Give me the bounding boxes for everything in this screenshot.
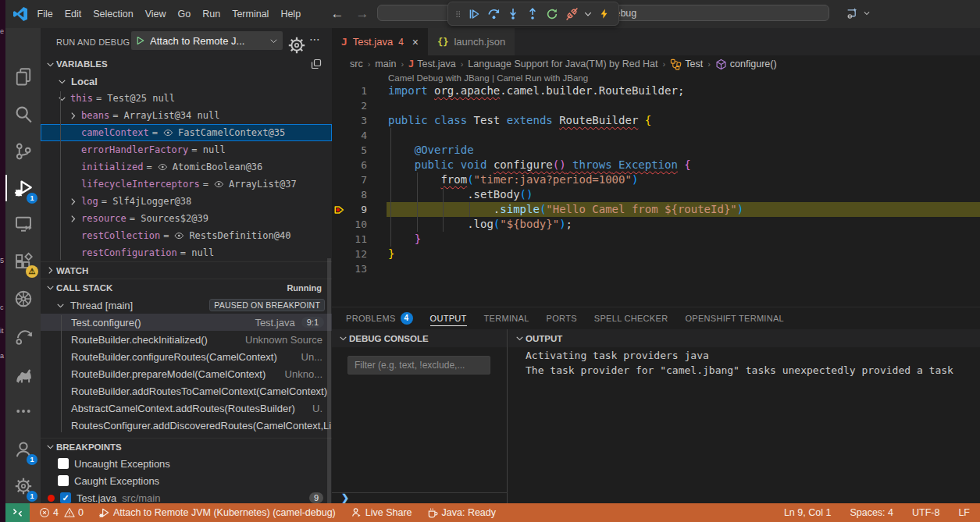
panel-tab-spell-checker[interactable]: SPELL CHECKER [594,307,668,329]
continue-button[interactable] [465,5,483,23]
scope-local-row[interactable]: Local [41,73,332,90]
chevron-down-icon[interactable] [56,301,65,310]
chevron-down-icon[interactable] [44,283,56,292]
glyph-margin[interactable] [332,232,347,247]
line-number[interactable]: 4 [347,128,367,143]
variable-row[interactable]: initialized=AtomicBoolean@36 [41,158,332,176]
menu-file[interactable]: File [31,4,59,24]
nav-forward-button[interactable]: → [354,6,371,22]
breadcrumb-item[interactable]: JTest.java [408,59,456,69]
glyph-margin[interactable] [332,202,347,217]
chevron-right-icon[interactable] [44,266,56,275]
activity-manage[interactable]: 1 [5,470,41,502]
activity-extensions[interactable]: ⚠ [5,245,41,278]
panel-tab-output[interactable]: OUTPUT [430,307,467,329]
chevron-down-icon[interactable] [44,60,56,69]
activity-run-and-debug[interactable]: 1 [5,172,41,204]
watch-section-header[interactable]: WATCH [41,261,332,279]
breadcrumb-item[interactable]: Test [670,59,703,70]
callstack-frame[interactable]: RoutesConfigurer.addDiscoveredRoutes(Cam… [41,417,332,434]
glyph-margin[interactable] [332,113,347,128]
activity-search[interactable] [5,98,41,130]
line-number[interactable]: 5 [347,143,367,158]
activity-explorer[interactable] [5,60,41,93]
line-number[interactable]: 12 [347,247,367,261]
panel-tab-problems[interactable]: PROBLEMS4 [346,307,413,329]
debug-console-filter-input[interactable]: Filter (e.g. text, !exclude,... [347,356,490,375]
variables-section-header[interactable]: VARIABLES [41,55,332,73]
variable-row[interactable]: beans= ArrayList@34 null [41,107,332,124]
statusbar-debug-session[interactable]: Attach to Remote JVM (Kubernetes) (camel… [94,507,340,519]
glyph-margin[interactable] [332,128,347,143]
callstack-frame[interactable]: Test.configure()Test.java9:1 [41,314,332,331]
callstack-frame[interactable]: RouteBuilder.prepareModel(CamelContext)U… [41,365,332,382]
code-line[interactable]: 2 [332,98,980,113]
glyph-margin[interactable] [332,187,347,202]
line-number[interactable]: 7 [347,172,367,187]
disconnect-button[interactable] [563,5,580,23]
line-number[interactable]: 9 [347,202,367,217]
debug-console-prompt[interactable]: ❯ [332,492,508,504]
glyph-margin[interactable] [332,98,347,113]
eye-lazy-icon[interactable] [157,162,169,172]
tab-Test.java[interactable]: JTest.java4× [332,28,428,55]
chevron-down-button[interactable] [583,5,593,23]
code-line[interactable]: 13 [332,261,980,276]
glyph-margin[interactable] [332,217,347,232]
menu-go[interactable]: Go [172,4,197,24]
codelens-actions[interactable]: Camel Debug with JBang | Camel Run with … [388,73,588,83]
breakpoint-row[interactable]: Caught Exceptions [41,472,332,489]
variable-row[interactable]: restConfiguration= null [41,244,332,261]
variable-row[interactable]: restCollection=RestsDefinition@40 [41,227,332,244]
breakpoint-checkbox[interactable] [58,475,69,486]
line-number[interactable]: 10 [347,217,367,232]
gear-icon[interactable] [287,36,306,55]
code-line[interactable]: 1import org.apache.camel.builder.RouteBu… [332,83,980,98]
thread-row[interactable]: Thread [main]PAUSED ON BREAKPOINT [41,297,332,314]
variable-row[interactable]: this= Test@25 null [41,90,332,107]
code-line[interactable]: 8 .setBody() [332,187,980,202]
tab-launch.json[interactable]: {}launch.json [428,28,515,55]
nav-back-button[interactable]: ← [329,6,346,22]
chevron-down-icon[interactable] [44,442,56,451]
chevron-right-icon[interactable] [69,215,78,223]
code-line[interactable]: 6 public void configure() throws Excepti… [332,158,980,172]
breadcrumb-item[interactable]: configure() [715,59,777,70]
copilot-status[interactable] [846,6,871,20]
variable-row[interactable]: resource= Sources$2@39 [41,210,332,227]
statusbar-cursor-position[interactable]: Ln 9, Col 1 [775,507,840,518]
callstack-frame[interactable]: AbstractCamelContext.addRoutes(RoutesBui… [41,399,332,417]
breadcrumb-item[interactable]: main [375,59,396,69]
activity-remote-explorer[interactable] [5,208,41,240]
variable-row[interactable]: camelContext=FastCamelContext@35 [41,124,332,141]
statusbar-encoding[interactable]: UTF-8 [903,507,949,518]
line-number[interactable]: 2 [347,98,367,113]
statusbar-live-share[interactable]: Live Share [346,507,417,519]
variable-row[interactable]: lifecycleInterceptors=ArrayList@37 [41,176,332,193]
chevron-right-icon[interactable] [69,112,78,120]
code-line[interactable]: 9 .simple("Hello Camel from ${routeId}") [332,202,980,217]
debug-console-header[interactable]: DEBUG CONSOLE [332,329,507,347]
panel-tab-openshift-terminal[interactable]: OPENSHIFT TERMINAL [685,307,784,329]
activity-camel[interactable] [5,357,41,390]
glyph-margin[interactable] [332,261,347,276]
camel-debug-lightning-button[interactable] [596,5,613,23]
panel-tab-ports[interactable]: PORTS [547,307,577,329]
sidebar-more-actions[interactable]: ⋯ [309,33,321,45]
callstack-frame[interactable]: RouteBuilder.checkInitialized()Unknown S… [41,331,332,348]
menu-edit[interactable]: Edit [59,4,87,24]
breadcrumb-item[interactable]: src [350,59,363,69]
callstack-section-header[interactable]: CALL STACKRunning [41,279,332,296]
glyph-margin[interactable] [332,247,347,261]
restart-button[interactable] [543,5,561,23]
line-number[interactable]: 13 [347,261,367,276]
menu-terminal[interactable]: Terminal [226,4,275,24]
code-line[interactable]: 3public class Test extends RouteBuilder … [332,113,980,128]
variable-row[interactable]: errorHandlerFactory= null [41,141,332,158]
menu-run[interactable]: Run [197,4,226,24]
activity-source-control[interactable] [5,135,41,168]
activity-openshift[interactable] [5,320,41,353]
callstack-frame[interactable]: RouteBuilder.addRoutesToCamelContext(Cam… [41,382,332,399]
line-number[interactable]: 6 [347,158,367,172]
eye-lazy-icon[interactable] [213,179,225,190]
